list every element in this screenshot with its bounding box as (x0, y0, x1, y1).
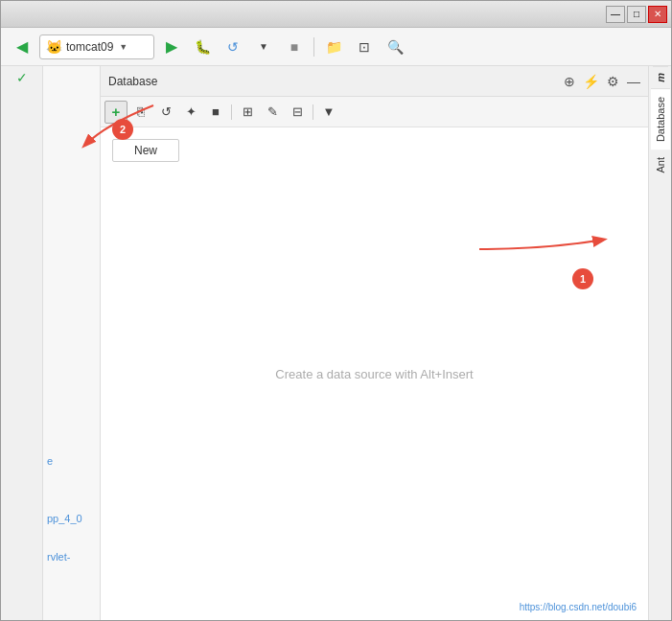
dropdown-icon: ▼ (259, 41, 268, 52)
table-button[interactable]: ⊞ (236, 101, 259, 124)
database-header: Database ⊕ ⚡ ⚙ — (101, 66, 648, 97)
run-config-icon: 🐱 (46, 39, 62, 55)
debug-button[interactable]: 🐛 (189, 34, 216, 60)
project-code-1: e (47, 455, 53, 467)
title-bar: — □ ✕ (1, 1, 671, 28)
watermark: https://blog.csdn.net/doubi6 (520, 602, 637, 612)
database-panel: Database ⊕ ⚡ ⚙ — + ⎘ ↺ (101, 66, 648, 620)
edit-icon: ✎ (267, 104, 278, 119)
edit-button[interactable]: ✎ (261, 101, 284, 124)
new-button[interactable]: New (112, 139, 179, 162)
ant-tab-label: Ant (655, 157, 666, 173)
play-icon: ▶ (166, 37, 177, 56)
settings-icon[interactable]: ⚙ (607, 74, 619, 89)
window-button[interactable]: ⊡ (351, 34, 378, 60)
sql-icon: ⊟ (292, 104, 303, 119)
stop2-button[interactable]: ■ (204, 101, 227, 124)
project-code-3: rvlet- (47, 551, 70, 563)
left-gutter: ✓ (1, 66, 43, 620)
run-config-selector[interactable]: 🐱 tomcat09 ▼ (39, 34, 154, 59)
stop-button[interactable]: ■ (281, 34, 308, 60)
checkmark-icon: ✓ (16, 70, 28, 85)
refresh-button[interactable]: ↺ (154, 101, 177, 124)
toolbar-separator (313, 37, 314, 57)
settings2-icon: ✦ (186, 104, 197, 119)
reload-icon: ↺ (227, 39, 239, 55)
db-toolbar-sep2 (313, 104, 313, 120)
window-icon: ⊡ (359, 39, 370, 55)
maximize-button[interactable]: □ (627, 6, 646, 23)
reload-button[interactable]: ↺ (220, 34, 246, 60)
search-icon: 🔍 (387, 39, 404, 55)
database-toolbar: + ⎘ ↺ ✦ ■ ⊞ ✎ (101, 97, 648, 127)
add-datasource-icon[interactable]: ⊕ (564, 74, 575, 89)
sql-button[interactable]: ⊟ (286, 101, 309, 124)
close-button[interactable]: ✕ (648, 6, 667, 23)
copy-button[interactable]: ⎘ (129, 101, 152, 124)
files-button[interactable]: 📁 (320, 34, 347, 60)
database-tab[interactable]: Database (651, 88, 670, 150)
database-header-icons: ⊕ ⚡ ⚙ — (564, 74, 640, 89)
back-icon: ◀ (16, 37, 28, 56)
right-sidebar: m Database Ant (648, 66, 671, 620)
db-toolbar-sep (231, 104, 232, 120)
placeholder-text: Create a data source with Alt+Insert (275, 367, 473, 381)
database-title: Database (108, 75, 157, 88)
filter-button[interactable]: ▼ (317, 101, 340, 124)
database-content: New Create a data source with Alt+Insert… (101, 127, 648, 620)
database-tab-label: Database (655, 97, 666, 142)
project-code-2: pp_4_0 (47, 513, 82, 524)
files-icon: 📁 (326, 39, 342, 55)
settings2-button[interactable]: ✦ (179, 101, 202, 124)
back-button[interactable]: ◀ (9, 34, 35, 60)
run-config-dropdown-icon: ▼ (119, 42, 127, 52)
minimize-panel-icon[interactable]: — (627, 74, 640, 89)
copy-icon: ⎘ (137, 104, 145, 119)
add-button[interactable]: + (104, 101, 127, 124)
main-window: — □ ✕ ◀ 🐱 tomcat09 ▼ ▶ 🐛 ↺ ▼ ■ (0, 0, 672, 621)
table-icon: ⊞ (243, 104, 253, 119)
run-config-label: tomcat09 (66, 40, 113, 54)
main-area: ✓ e pp_4_0 rvlet- Database ⊕ ⚡ ⚙ — (1, 66, 671, 620)
ant-tab[interactable]: Ant (651, 150, 670, 181)
more-dropdown-button[interactable]: ▼ (250, 34, 277, 60)
title-bar-buttons: — □ ✕ (606, 6, 667, 23)
maven-tab[interactable]: m (653, 66, 668, 88)
main-toolbar: ◀ 🐱 tomcat09 ▼ ▶ 🐛 ↺ ▼ ■ 📁 ⊡ 🔍 (1, 28, 671, 66)
stop-icon: ■ (290, 39, 298, 55)
search-button[interactable]: 🔍 (382, 34, 408, 60)
filter-icon: ▼ (323, 104, 336, 119)
plus-icon: + (112, 104, 121, 120)
play-button[interactable]: ▶ (158, 34, 185, 60)
sync-icon[interactable]: ⚡ (583, 74, 599, 89)
refresh-icon: ↺ (161, 104, 172, 119)
stop2-icon: ■ (212, 104, 220, 119)
project-panel: e pp_4_0 rvlet- (43, 66, 101, 620)
debug-icon: 🐛 (195, 39, 211, 55)
minimize-button[interactable]: — (606, 6, 625, 23)
